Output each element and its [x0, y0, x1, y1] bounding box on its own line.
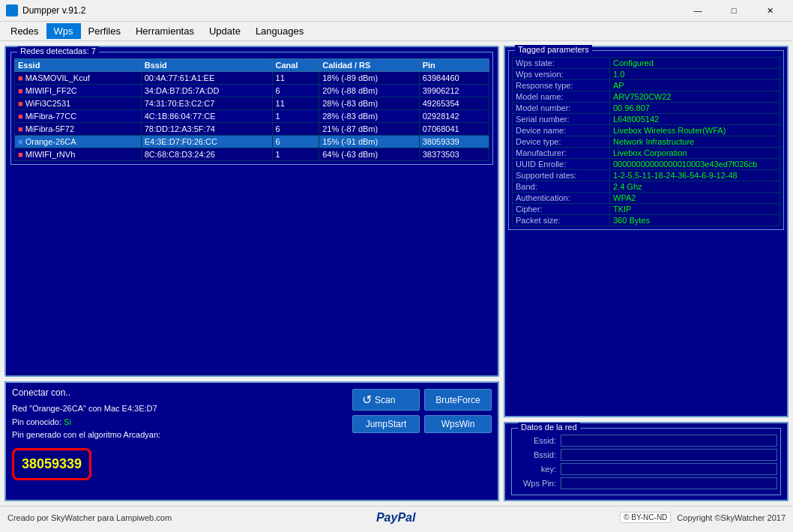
- net-data-section: Datos de la red Essid: Bssid: key: Wps P…: [504, 422, 789, 501]
- cell-essid: ■MIWIFI_FF2C: [15, 85, 142, 97]
- jumpstart-button[interactable]: JumpStart: [352, 415, 420, 433]
- cell-bssid: E4:3E:D7:F0:26:CC: [141, 136, 272, 148]
- cell-bssid: 8C:68:C8:D3:24:26: [141, 148, 272, 161]
- param-row: Wps state: Configured: [513, 58, 780, 69]
- param-row: Wps version: 1.0: [513, 69, 780, 80]
- cell-pin: 38373503: [419, 148, 489, 161]
- param-row: Device name: Livebox Wireless Router(WFA…: [513, 125, 780, 136]
- table-row[interactable]: ■MiFibra-77CC 4C:1B:86:04:77:CE 1 28% (-…: [15, 110, 489, 123]
- param-label: UUID Enrolle:: [513, 159, 610, 170]
- cc-badge: © BY-NC-ND: [620, 512, 671, 523]
- table-row[interactable]: ■MIWIFI_FF2C 34:DA:B7:D5:7A:DD 6 20% (-8…: [15, 85, 489, 97]
- col-bssid: Bssid: [141, 59, 272, 72]
- net-data-row: Wps Pin:: [515, 477, 777, 489]
- param-row: Packet size: 360 Bytes: [513, 215, 780, 226]
- table-row[interactable]: ■MASMOVIL_Kcuf 00:4A:77:61:A1:EE 11 18% …: [15, 72, 489, 85]
- param-label: Wps state:: [513, 58, 610, 69]
- footer-credit: Creado por SkyWatcher para Lampiweb.com: [7, 513, 172, 522]
- param-row: UUID Enrolle: 00000000000000010003e43ed7…: [513, 159, 780, 170]
- cell-canal: 11: [272, 72, 319, 85]
- param-value: 1-2-5,5-11-18-24-36-54-6-9-12-48: [610, 170, 780, 181]
- wpswin-button[interactable]: WpsWin: [424, 415, 492, 433]
- cell-canal: 1: [272, 110, 319, 123]
- param-value: 2.4 Ghz: [610, 181, 780, 193]
- menu-redes[interactable]: Redes: [3, 23, 46, 39]
- table-row[interactable]: ■MiFibra-5F72 78:DD:12:A3:5F:74 6 21% (-…: [15, 123, 489, 136]
- param-label: Model number:: [513, 103, 610, 114]
- cell-canal: 6: [272, 85, 319, 97]
- net-data-fields: Essid: Bssid: key: Wps Pin:: [515, 435, 777, 489]
- col-essid: Essid: [15, 59, 142, 72]
- table-row[interactable]: ■MIWIFI_rNVh 8C:68:C8:D3:24:26 1 64% (-6…: [15, 148, 489, 161]
- param-row: Model number: 00.96.807: [513, 103, 780, 114]
- param-label: Packet size:: [513, 215, 610, 226]
- param-value: 00000000000000010003e43ed7f026cb: [610, 159, 780, 170]
- menu-update[interactable]: Update: [202, 23, 248, 39]
- minimize-button[interactable]: —: [681, 3, 715, 18]
- cell-essid: ■MIWIFI_rNVh: [15, 148, 142, 161]
- title-bar-left: Dumpper v.91.2: [6, 4, 86, 16]
- cell-pin: 63984460: [419, 72, 489, 85]
- net-data-title: Datos de la red: [518, 423, 580, 432]
- table-row[interactable]: ■Orange-26CA E4:3E:D7:F0:26:CC 6 15% (-9…: [15, 136, 489, 148]
- scan-button[interactable]: ↺ Scan: [352, 389, 420, 411]
- param-label: Band:: [513, 181, 610, 193]
- table-row[interactable]: ■WiFi3C2531 74:31:70:E3:C2:C7 11 28% (-8…: [15, 97, 489, 110]
- col-calidad: Calidad / RS: [319, 59, 420, 72]
- tagged-params: Tagged parameters Wps state: Configured …: [504, 46, 789, 417]
- net-data-input[interactable]: [561, 463, 777, 475]
- cell-pin: 39906212: [419, 85, 489, 97]
- param-value: Network Infrastructure: [610, 136, 780, 148]
- left-panel: Redes detectadas: 7 Essid Bssid Canal Ca…: [4, 46, 499, 501]
- net-data-input[interactable]: [561, 449, 777, 461]
- param-row: Serial number: L648005142: [513, 114, 780, 125]
- param-label: Supported rates:: [513, 170, 610, 181]
- close-button[interactable]: ✕: [753, 3, 787, 18]
- param-value: 1.0: [610, 69, 780, 80]
- param-table: Wps state: Configured Wps version: 1.0 R…: [512, 57, 780, 226]
- param-value: WPA2: [610, 193, 780, 204]
- cell-pin: 07068041: [419, 123, 489, 136]
- maximize-button[interactable]: □: [717, 3, 751, 18]
- cell-canal: 6: [272, 136, 319, 148]
- menu-perfiles[interactable]: Perfiles: [81, 23, 128, 39]
- cell-bssid: 4C:1B:86:04:77:CE: [141, 110, 272, 123]
- param-label: Device type:: [513, 136, 610, 148]
- cell-pin: 38059339: [419, 136, 489, 148]
- cell-canal: 1: [272, 148, 319, 161]
- param-value: ARV7520CW22: [610, 91, 780, 103]
- footer-copyright: Copyright ©SkyWatcher 2017: [677, 513, 786, 522]
- btn-row-2: JumpStart WpsWin: [352, 415, 492, 433]
- cell-bssid: 74:31:70:E3:C2:C7: [141, 97, 272, 110]
- param-row: Cipher: TKIP: [513, 204, 780, 215]
- menu-languages[interactable]: Languages: [248, 23, 311, 39]
- param-label: Cipher:: [513, 204, 610, 215]
- action-buttons: ↺ Scan BruteForce JumpStart WpsWin: [352, 389, 492, 433]
- param-value: 00.96.807: [610, 103, 780, 114]
- bruteforce-button[interactable]: BruteForce: [424, 389, 492, 411]
- net-data-label: key:: [515, 465, 556, 474]
- networks-title: Redes detectadas: 7: [17, 46, 99, 55]
- net-data-input[interactable]: [561, 435, 777, 447]
- title-bar: Dumpper v.91.2 — □ ✕: [0, 0, 793, 22]
- cell-essid: ■Orange-26CA: [15, 136, 142, 148]
- param-label: Manufacturer:: [513, 148, 610, 159]
- cell-calidad: 28% (-83 dBm): [319, 97, 420, 110]
- menu-herramientas[interactable]: Herramientas: [128, 23, 202, 39]
- pin-value: 38059339: [12, 448, 91, 480]
- cell-calidad: 15% (-91 dBm): [319, 136, 420, 148]
- col-canal: Canal: [272, 59, 319, 72]
- param-value: Livebox Corporation: [610, 148, 780, 159]
- menu-wps[interactable]: Wps: [46, 23, 81, 39]
- param-row: Manufacturer: Livebox Corporation: [513, 148, 780, 159]
- net-data-input[interactable]: [561, 477, 777, 489]
- param-row: Device type: Network Infrastructure: [513, 136, 780, 148]
- net-data-row: Bssid:: [515, 449, 777, 461]
- right-panel: Tagged parameters Wps state: Configured …: [504, 46, 789, 501]
- cell-essid: ■MASMOVIL_Kcuf: [15, 72, 142, 85]
- cell-canal: 6: [272, 123, 319, 136]
- app-title: Dumpper v.91.2: [22, 5, 86, 16]
- cell-bssid: 00:4A:77:61:A1:EE: [141, 72, 272, 85]
- tagged-title: Tagged parameters: [515, 45, 592, 54]
- cell-calidad: 18% (-89 dBm): [319, 72, 420, 85]
